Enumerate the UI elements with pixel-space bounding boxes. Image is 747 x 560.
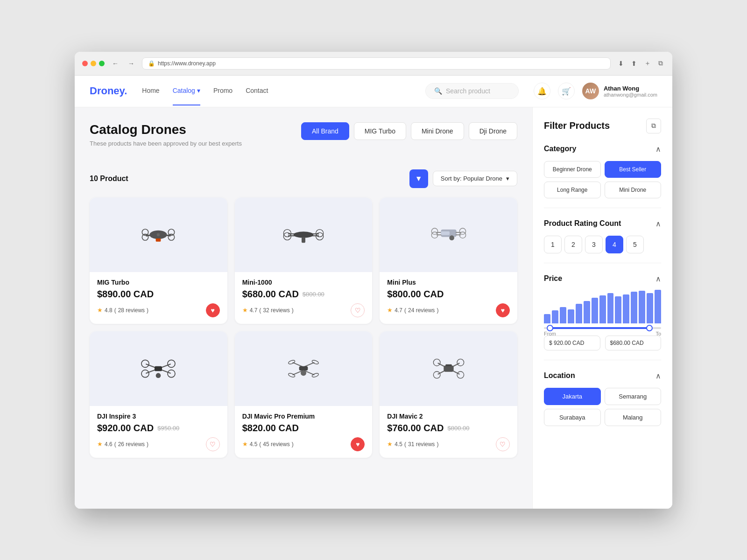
product-info-1: MIG Turbo $890.00 CAD ★ 4.8 (28 reviews)…	[90, 272, 227, 324]
price-inputs: $ 920.00 CAD $680.00 CAD	[544, 336, 661, 350]
address-bar[interactable]: 🔒 https://www.droney.app	[142, 57, 611, 70]
loc-jakarta[interactable]: Jakarta	[544, 388, 601, 405]
drone-svg-1	[130, 209, 186, 260]
bar-7	[592, 298, 598, 323]
price-from-input[interactable]: $ 920.00 CAD	[544, 336, 600, 350]
nav-contact[interactable]: Contact	[246, 77, 268, 105]
chevron-down-icon: ▾	[197, 87, 200, 94]
favorite-btn-5[interactable]: ♥	[351, 437, 365, 451]
product-info-5: DJI Mavic Pro Premium $820.00 CAD ★ 4.5 …	[235, 406, 373, 458]
rating-5-btn[interactable]: 5	[626, 236, 644, 253]
filter-settings-button[interactable]: ⧉	[646, 119, 661, 133]
close-btn[interactable]	[82, 61, 88, 66]
traffic-lights	[82, 61, 105, 66]
price-chevron-icon[interactable]: ∧	[655, 274, 661, 283]
loc-surabaya[interactable]: Surabaya	[544, 409, 601, 426]
product-info-3: Mini Plus $800.00 CAD ★ 4.7 (24 reviews)…	[380, 272, 517, 324]
nav-home[interactable]: Home	[142, 77, 159, 105]
cat-longrange[interactable]: Long Range	[544, 182, 601, 198]
notification-button[interactable]: 🔔	[534, 83, 550, 99]
browser-actions: ⬇ ⬆ ＋ ⧉	[616, 57, 665, 70]
product-price-2: $680.00 CAD $800.00	[242, 289, 365, 300]
logo-text: roney.	[97, 85, 127, 97]
price-slider[interactable]	[544, 327, 661, 329]
product-card-2: Mini-1000 $680.00 CAD $800.00 ★ 4.7 (32 …	[235, 197, 373, 324]
location-section: Location ∧ Jakarta Semarang Surabaya Mal…	[544, 371, 661, 435]
url-text: https://www.droney.app	[158, 60, 216, 67]
brand-filters: All Brand MIG Turbo Mini Drone Dji Drone	[301, 122, 517, 140]
slider-right-thumb[interactable]	[646, 325, 653, 331]
drone-svg-4	[130, 343, 186, 394]
favorite-btn-2[interactable]: ♡	[351, 303, 365, 317]
brand-dji[interactable]: Dji Drone	[469, 122, 517, 140]
svg-rect-60	[444, 365, 453, 371]
product-image-2	[235, 197, 373, 272]
rating-chevron-icon[interactable]: ∧	[655, 219, 661, 228]
cat-bestseller[interactable]: Best Seller	[605, 161, 662, 178]
cart-button[interactable]: 🛒	[558, 83, 575, 99]
maximize-btn[interactable]	[99, 61, 105, 66]
favorite-btn-1[interactable]: ♥	[206, 303, 220, 317]
rating-4-btn[interactable]: 4	[606, 236, 623, 253]
back-button[interactable]: ←	[110, 58, 120, 69]
price-section: Price ∧	[544, 274, 661, 360]
minimize-btn[interactable]	[91, 61, 96, 66]
bar-13	[639, 291, 645, 323]
bar-5	[576, 304, 582, 323]
sort-area: ▼ Sort by: Popular Drone ▾	[409, 169, 517, 188]
category-chevron-icon[interactable]: ∧	[655, 145, 661, 154]
downloads-button[interactable]: ⬇	[616, 57, 626, 70]
new-tab-button[interactable]: ＋	[642, 57, 653, 70]
bar-4	[568, 309, 574, 323]
rating-2-btn[interactable]: 2	[564, 236, 582, 253]
loc-semarang[interactable]: Semarang	[605, 388, 662, 405]
favorite-btn-6[interactable]: ♡	[496, 437, 510, 451]
search-bar[interactable]: 🔍 Search product	[425, 83, 519, 99]
filter-icon: ▼	[415, 175, 423, 183]
svg-rect-50	[299, 366, 308, 370]
product-card-3: Mini Plus $800.00 CAD ★ 4.7 (24 reviews)…	[380, 197, 517, 324]
user-name: Athan Wong	[604, 85, 657, 92]
bar-6	[584, 301, 590, 323]
loc-malang[interactable]: Malang	[605, 409, 662, 426]
slider-left-thumb[interactable]	[547, 325, 553, 331]
catalog-top: 10 Product ▼ Sort by: Popular Drone ▾	[90, 169, 517, 188]
filter-sidebar: Filter Products ⧉ Category ∧ Beginner Dr…	[532, 107, 672, 509]
filter-title: Filter Products	[544, 120, 610, 131]
cat-minidrone[interactable]: Mini Drone	[605, 182, 662, 198]
product-info-6: DJI Mavic 2 $760.00 CAD $800.00 ★ 4.5 (3…	[380, 406, 517, 458]
star-icon: ★	[242, 307, 248, 314]
svg-point-17	[316, 229, 324, 237]
sort-select[interactable]: Sort by: Popular Drone ▾	[433, 171, 517, 186]
rating-1-btn[interactable]: 1	[544, 236, 562, 253]
price-to-input[interactable]: $680.00 CAD	[605, 336, 662, 350]
nav-promo[interactable]: Promo	[213, 77, 233, 105]
browser-chrome: ← → 🔒 https://www.droney.app ⬇ ⬆ ＋ ⧉	[75, 52, 672, 76]
forward-button[interactable]: →	[126, 58, 136, 69]
svg-point-41	[156, 373, 161, 378]
favorite-btn-3[interactable]: ♥	[496, 303, 510, 317]
rating-3-btn[interactable]: 3	[585, 236, 603, 253]
svg-point-56	[433, 359, 440, 366]
share-button[interactable]: ⬆	[629, 57, 639, 70]
star-icon: ★	[387, 441, 393, 448]
bar-3	[560, 307, 566, 323]
svg-rect-24	[436, 234, 442, 235]
location-chevron-icon[interactable]: ∧	[655, 371, 661, 380]
brand-all[interactable]: All Brand	[301, 122, 349, 140]
cat-beginner[interactable]: Beginner Drone	[544, 161, 601, 178]
avatar: AW	[582, 83, 599, 99]
filter-button[interactable]: ▼	[409, 169, 428, 188]
tabs-button[interactable]: ⧉	[656, 57, 665, 70]
svg-rect-31	[441, 231, 450, 235]
svg-point-59	[457, 371, 464, 378]
nav-catalog[interactable]: Catalog ▾	[173, 77, 200, 105]
rating-2: ★ 4.7 (32 reviews)	[242, 307, 294, 314]
rating-5: ★ 4.5 (45 reviews)	[242, 441, 294, 448]
brand-mini[interactable]: Mini Drone	[411, 122, 464, 140]
search-icon: 🔍	[434, 87, 442, 95]
brand-mig[interactable]: MIG Turbo	[354, 122, 406, 140]
filter-header: Filter Products ⧉	[544, 119, 661, 133]
svg-point-49	[311, 372, 319, 378]
favorite-btn-4[interactable]: ♡	[206, 437, 220, 451]
